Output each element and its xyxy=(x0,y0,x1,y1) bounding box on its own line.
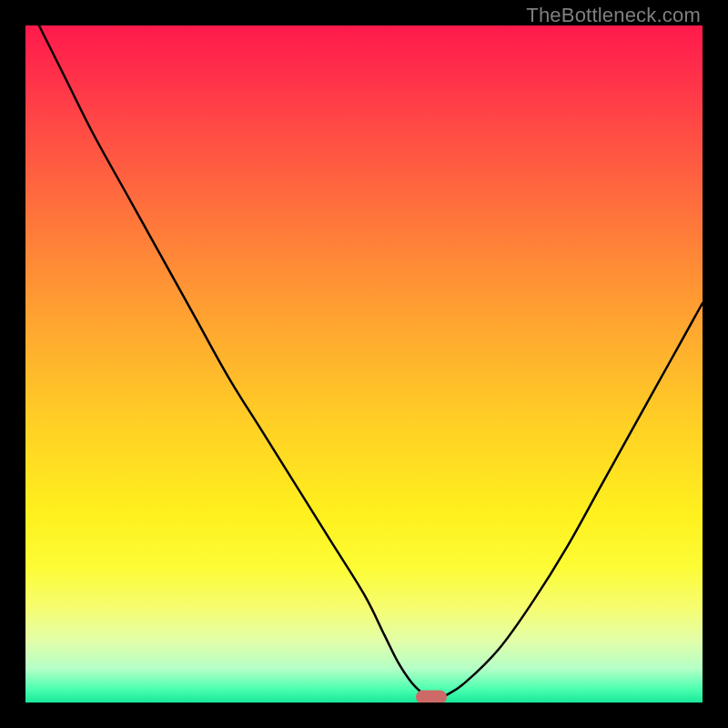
chart-frame: TheBottleneck.com xyxy=(0,0,728,728)
plot-area xyxy=(25,25,703,703)
optimal-marker xyxy=(416,691,447,703)
bottleneck-curve xyxy=(25,25,703,703)
watermark-text: TheBottleneck.com xyxy=(526,4,701,27)
